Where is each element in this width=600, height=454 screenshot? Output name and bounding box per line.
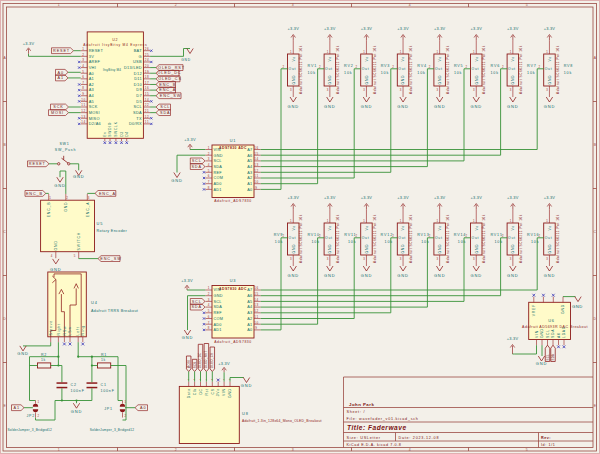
svg-text:ENC_SW: ENC_SW — [100, 257, 121, 261]
svg-text:+3.3V: +3.3V — [218, 361, 230, 366]
svg-text:RV2: RV2 — [344, 64, 354, 68]
svg-text:3: 3 — [88, 196, 90, 200]
svg-text:Vo: Vo — [511, 56, 515, 61]
svg-text:1: 1 — [546, 50, 548, 54]
svg-text:SDA: SDA — [160, 111, 170, 115]
svg-text:SCL: SCL — [214, 159, 222, 163]
svg-text:+3.3V: +3.3V — [287, 195, 299, 200]
svg-text:2: 2 — [125, 414, 127, 418]
svg-text:SDA: SDA — [551, 329, 555, 338]
svg-text:RV7: RV7 — [527, 64, 537, 68]
svg-text:OLED_CS: OLED_CS — [158, 77, 182, 81]
svg-text:SDA: SDA — [191, 305, 201, 309]
svg-text:GND: GND — [324, 104, 336, 109]
svg-text:+3.3V: +3.3V — [470, 195, 482, 200]
svg-text:5: 5 — [208, 309, 210, 313]
svg-text:Size: USLetter: Size: USLetter — [347, 436, 381, 440]
svg-text:SDA: SDA — [214, 165, 223, 169]
svg-text:ENC_A: ENC_A — [159, 88, 176, 92]
svg-text:GND: GND — [438, 244, 442, 254]
svg-text:14: 14 — [254, 298, 259, 302]
svg-text:E: E — [594, 404, 597, 408]
svg-text:A3: A3 — [89, 87, 94, 92]
svg-text:A7: A7 — [247, 148, 252, 152]
svg-text:3: 3 — [473, 88, 475, 92]
svg-text:D: D — [3, 317, 6, 321]
svg-text:Out: Out — [289, 67, 297, 71]
svg-text:GND: GND — [214, 154, 223, 158]
svg-text:13: 13 — [254, 163, 259, 167]
svg-text:1: 1 — [473, 50, 475, 54]
svg-text:A1: A1 — [58, 76, 64, 80]
svg-text:COM: COM — [214, 317, 224, 321]
svg-text:U5: U5 — [97, 221, 104, 226]
svg-text:RV10: RV10 — [307, 233, 319, 237]
svg-text:A5: A5 — [247, 159, 252, 163]
svg-text:Sheet: /: Sheet: / — [347, 410, 366, 414]
svg-text:C: C — [3, 230, 6, 234]
svg-text:File: wavefader_v01.kicad_sch: File: wavefader_v01.kicad_sch — [347, 417, 419, 421]
svg-text:10k: 10k — [564, 71, 572, 75]
svg-text:1: 1 — [473, 219, 475, 223]
svg-text:A2: A2 — [247, 317, 252, 321]
svg-text:GND: GND — [438, 75, 442, 85]
svg-text:GND: GND — [548, 75, 552, 85]
svg-text:Vo: Vo — [548, 225, 552, 230]
svg-text:4: 4 — [51, 254, 53, 258]
svg-text:10k: 10k — [454, 71, 462, 75]
svg-text:A7: A7 — [247, 288, 252, 292]
svg-text:+3.3V: +3.3V — [361, 195, 373, 200]
svg-text:+3.3V: +3.3V — [470, 26, 482, 31]
svg-text:VIN: VIN — [535, 330, 539, 338]
svg-text:10: 10 — [254, 321, 259, 325]
svg-text:D13/LED: D13/LED — [124, 65, 142, 70]
svg-text:A0: A0 — [557, 332, 561, 338]
svg-text:A4: A4 — [89, 93, 95, 98]
svg-text:1: 1 — [58, 3, 61, 7]
svg-text:Right: Right — [57, 323, 61, 335]
svg-text:1: 1 — [125, 400, 127, 404]
svg-text:GND: GND — [361, 273, 373, 278]
svg-text:1: 1 — [436, 219, 438, 223]
svg-text:RV15: RV15 — [490, 233, 502, 237]
svg-text:Adafruit SC60211 Pot 10k: Adafruit SC60211 Pot 10k — [519, 45, 523, 94]
svg-text:Vo: Vo — [511, 225, 515, 230]
svg-text:3: 3 — [400, 88, 402, 92]
svg-text:14: 14 — [81, 120, 86, 124]
svg-text:1: 1 — [363, 50, 365, 54]
svg-text:3V: 3V — [89, 54, 94, 59]
svg-text:10k: 10k — [421, 240, 429, 244]
svg-text:OLED_RST: OLED_RST — [204, 351, 208, 369]
svg-text:2: 2 — [392, 65, 394, 69]
svg-text:1: 1 — [436, 50, 438, 54]
svg-text:Adafruit_1.3in_128x64_Mono_OLE: Adafruit_1.3in_128x64_Mono_OLED_Breakout — [242, 419, 322, 423]
svg-text:1: 1 — [58, 448, 61, 452]
svg-text:OLED_DC: OLED_DC — [199, 353, 203, 369]
svg-text:8: 8 — [208, 186, 210, 190]
svg-text:KiCad E.D.A. kicad 7.0.8: KiCad E.D.A. kicad 7.0.8 — [347, 443, 402, 447]
svg-text:SWCLK: SWCLK — [114, 121, 118, 136]
svg-text:15: 15 — [254, 152, 259, 156]
svg-text:3: 3 — [208, 157, 210, 161]
svg-text:D0/RX: D0/RX — [129, 121, 142, 126]
svg-text:SCK: SCK — [89, 104, 98, 109]
svg-text:RV5: RV5 — [454, 64, 464, 68]
svg-text:4: 4 — [208, 163, 210, 167]
svg-text:BAT: BAT — [134, 48, 143, 53]
svg-text:A0: A0 — [140, 406, 146, 410]
svg-text:GND: GND — [324, 273, 336, 278]
svg-text:3: 3 — [363, 257, 365, 261]
svg-text:U6: U6 — [548, 318, 555, 323]
svg-text:RV1: RV1 — [308, 64, 318, 68]
svg-text:10: 10 — [81, 98, 86, 102]
svg-text:Adafruit SC60211 Pot 10k: Adafruit SC60211 Pot 10k — [519, 214, 523, 263]
svg-text:Out: Out — [362, 67, 370, 71]
svg-text:4: 4 — [409, 3, 412, 7]
svg-text:12: 12 — [81, 109, 86, 113]
svg-text:D10: D10 — [134, 82, 143, 87]
svg-text:1: 1 — [290, 219, 292, 223]
svg-text:SDA: SDA — [551, 354, 555, 361]
svg-text:5: 5 — [74, 254, 76, 258]
svg-text:SWDIO: SWDIO — [108, 122, 112, 137]
svg-text:REF: REF — [214, 171, 223, 175]
